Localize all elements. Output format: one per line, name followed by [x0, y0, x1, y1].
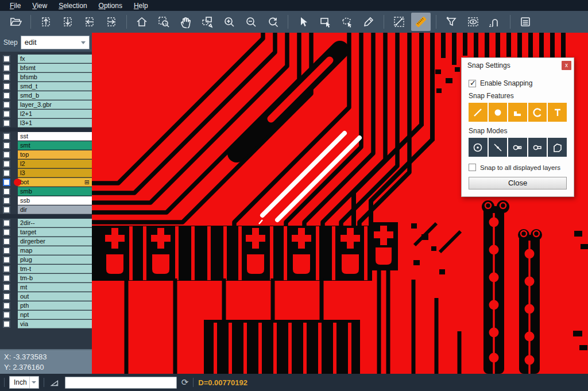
layer-row-smt[interactable]: smt	[0, 141, 92, 150]
tool-open-folder-button[interactable]	[6, 13, 25, 31]
layer-visibility-checkbox[interactable]	[3, 311, 10, 319]
layer-visibility-checkbox[interactable]	[3, 265, 10, 273]
tool-page-arrow-left-button[interactable]	[80, 13, 99, 31]
layer-visibility-checkbox[interactable]	[3, 320, 10, 328]
menu-options[interactable]: Options	[94, 1, 127, 10]
layer-visibility-checkbox[interactable]	[3, 256, 10, 264]
layer-visibility-checkbox[interactable]	[3, 133, 10, 140]
tool-layers-panel-button[interactable]	[516, 13, 535, 31]
layer-visibility-checkbox[interactable]	[3, 179, 10, 186]
snap-pad-outline-button[interactable]	[528, 138, 547, 157]
layer-visibility-checkbox[interactable]	[3, 219, 10, 227]
snap-center-button[interactable]	[469, 138, 488, 157]
tool-zoom-window-button[interactable]	[154, 13, 173, 31]
layer-row-map[interactable]: map	[0, 246, 92, 255]
layer-visibility-checkbox[interactable]	[3, 110, 10, 118]
layer-visibility-checkbox[interactable]	[3, 302, 10, 309]
tool-measure-line-button[interactable]	[389, 13, 409, 31]
snap-surface-button[interactable]	[508, 103, 527, 122]
layer-visibility-checkbox[interactable]	[3, 293, 10, 300]
layer-visibility-checkbox[interactable]	[3, 169, 10, 177]
layer-visibility-checkbox[interactable]	[3, 238, 10, 245]
layer-visibility-checkbox[interactable]	[3, 73, 10, 81]
snap-text-button[interactable]	[548, 103, 567, 122]
layer-row-sst[interactable]: sst	[0, 131, 92, 141]
close-icon[interactable]: x	[562, 61, 571, 70]
layer-visibility-checkbox[interactable]	[3, 247, 10, 254]
layer-visibility-checkbox[interactable]	[3, 229, 10, 236]
layer-row-bot[interactable]: bot⊞	[0, 177, 92, 187]
layer-row-smd_t[interactable]: smd_t	[0, 82, 92, 91]
snap-midpoint-button[interactable]	[489, 138, 508, 157]
tool-select-rect-button[interactable]	[315, 13, 335, 31]
menu-help[interactable]: Help	[129, 1, 153, 10]
layer-visibility-checkbox[interactable]	[3, 274, 10, 282]
tool-select-cursor-button[interactable]	[293, 13, 313, 31]
snap-line-button[interactable]	[469, 103, 488, 122]
angle-measure-icon[interactable]	[49, 377, 60, 388]
layer-row-mt[interactable]: mt	[0, 282, 92, 292]
tool-filter-button[interactable]	[442, 13, 461, 31]
layer-visibility-checkbox[interactable]	[3, 101, 10, 109]
layer-row-npt[interactable]: npt	[0, 310, 92, 319]
layer-visibility-checkbox[interactable]	[3, 151, 10, 158]
layer-visibility-checkbox[interactable]	[3, 83, 10, 90]
layer-row-tm-b[interactable]: tm-b	[0, 273, 92, 282]
tool-page-arrow-down-button[interactable]	[58, 13, 78, 31]
layer-row-2dir--[interactable]: 2dir--	[0, 218, 92, 227]
sync-icon[interactable]: ⟳	[181, 377, 189, 388]
tool-select-polygon-button[interactable]	[337, 13, 357, 31]
tool-page-arrow-up-button[interactable]	[36, 13, 56, 31]
tool-zoom-reset-button[interactable]	[263, 13, 283, 31]
layer-visibility-checkbox[interactable]	[3, 160, 10, 168]
tool-brush-button[interactable]	[359, 13, 378, 31]
tool-show-selection-eye-button[interactable]	[463, 13, 483, 31]
layer-visibility-checkbox[interactable]	[3, 206, 10, 214]
layer-visibility-checkbox[interactable]	[3, 64, 10, 72]
tool-zoom-in-button[interactable]	[219, 13, 239, 31]
layer-row-smd_b[interactable]: smd_b	[0, 91, 92, 100]
layer-row-smb[interactable]: smb	[0, 187, 92, 196]
snap-contour-button[interactable]	[548, 138, 567, 157]
layer-row-ssb[interactable]: ssb	[0, 196, 92, 205]
tool-trace-path-button[interactable]	[485, 13, 505, 31]
pcb-canvas[interactable]: Snap Settings x Enable Snapping Snap Fea…	[92, 33, 588, 374]
tool-pan-hand-button[interactable]	[176, 13, 195, 31]
layer-row-out[interactable]: out	[0, 292, 92, 301]
tool-ruler-button[interactable]	[411, 13, 431, 31]
snap-circle-button[interactable]	[489, 103, 508, 122]
layer-visibility-checkbox[interactable]	[3, 188, 10, 195]
layer-row-plug[interactable]: plug	[0, 255, 92, 264]
snap-dialog-titlebar[interactable]: Snap Settings x	[462, 58, 574, 72]
menu-view[interactable]: View	[27, 1, 52, 10]
layer-row-dirgerber[interactable]: dirgerber	[0, 237, 92, 246]
layer-row-bfsmt[interactable]: bfsmt	[0, 63, 92, 72]
tool-zoom-area-button[interactable]	[198, 13, 217, 31]
command-input[interactable]	[65, 377, 177, 389]
step-select[interactable]: edit	[21, 36, 90, 49]
layer-visibility-checkbox[interactable]	[3, 197, 10, 204]
layer-row-target[interactable]: target	[0, 227, 92, 237]
layer-visibility-checkbox[interactable]	[3, 55, 10, 63]
menu-selection[interactable]: Selection	[53, 1, 92, 10]
layer-row-l2+1[interactable]: l2+1	[0, 109, 92, 118]
layer-row-l2[interactable]: l2	[0, 159, 92, 168]
layer-row-l3+1[interactable]: l3+1	[0, 118, 92, 127]
units-select[interactable]: Inch	[9, 376, 39, 389]
layer-row-l3[interactable]: l3	[0, 168, 92, 177]
close-button[interactable]: Close	[469, 177, 567, 189]
layer-visibility-checkbox[interactable]	[3, 284, 10, 291]
tool-zoom-out-button[interactable]	[241, 13, 261, 31]
layer-row-layer_3.gbr[interactable]: layer_3.gbr	[0, 100, 92, 109]
layer-visibility-checkbox[interactable]	[3, 119, 10, 127]
menu-file[interactable]: File	[5, 1, 26, 10]
layer-row-via[interactable]: via	[0, 319, 92, 328]
layer-visibility-checkbox[interactable]	[3, 92, 10, 99]
enable-snapping-checkbox[interactable]	[469, 80, 476, 87]
tool-page-arrow-right-button[interactable]	[102, 13, 121, 31]
tool-home-button[interactable]	[132, 13, 152, 31]
layer-row-bfsmb[interactable]: bfsmb	[0, 72, 92, 82]
snap-pad-slot-button[interactable]	[508, 138, 527, 157]
layer-row-fx[interactable]: fx	[0, 54, 92, 63]
snap-arc-button[interactable]	[528, 103, 547, 122]
